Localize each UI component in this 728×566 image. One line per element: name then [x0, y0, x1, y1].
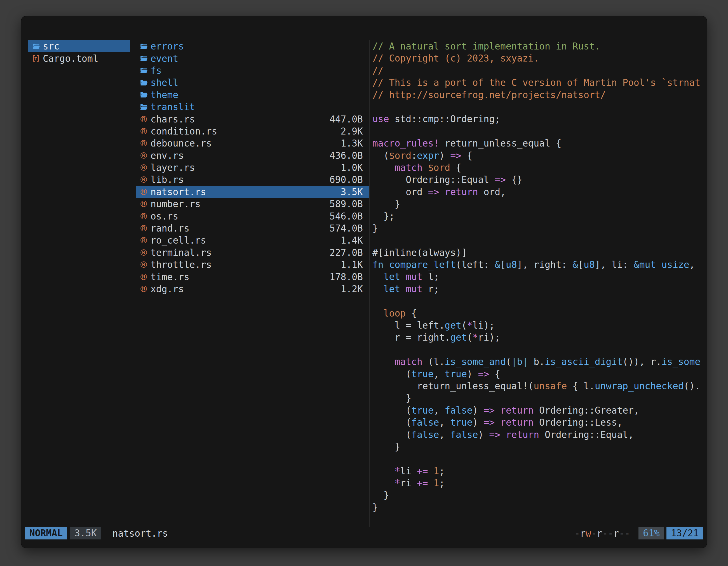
code-line: match (l.is_some_and(|b| b.is_ascii_digi…: [372, 356, 707, 368]
file-size-badge: 3.5K: [70, 527, 101, 539]
file-row-time.rs[interactable]: ®time.rs178.0B: [136, 271, 369, 283]
entry-name: theme: [151, 90, 361, 100]
entry-name: shell: [151, 77, 361, 88]
rust-file-icon: ®: [139, 224, 151, 233]
entry-size: 227.0B: [330, 247, 363, 258]
code-line: fn compare_left(left: &[u8], right: &[u8…: [372, 259, 707, 271]
code-line: [372, 344, 707, 356]
file-row-layer.rs[interactable]: ®layer.rs1.0K: [136, 162, 369, 174]
entry-name: throttle.rs: [151, 259, 339, 270]
entry-size: 589.0B: [330, 199, 363, 210]
dir-row-errors[interactable]: errors: [136, 40, 369, 52]
code-line: return_unless_equal!(unsafe { l.unwrap_u…: [372, 380, 707, 392]
entry-name: number.rs: [151, 199, 327, 210]
code-line: [372, 234, 707, 247]
file-row-debounce.rs[interactable]: ®debounce.rs1.3K: [136, 137, 369, 149]
entry-size: 1.2K: [341, 283, 363, 294]
entry-name: translit: [151, 102, 361, 112]
entry-size: 1.0K: [341, 162, 363, 173]
rust-file-icon: ®: [139, 163, 151, 172]
code-line: (false, true) => return Ordering::Less,: [372, 416, 707, 428]
code-line: }: [372, 489, 707, 501]
entry-name: ro_cell.rs: [151, 235, 339, 246]
rust-file-icon: ®: [139, 236, 151, 245]
folder-open-icon: [139, 42, 151, 51]
entry-name: debounce.rs: [151, 138, 339, 149]
code-line: (true, true) => {: [372, 368, 707, 380]
dir-row-event[interactable]: event: [136, 52, 369, 64]
mode-badge: NORMAL: [25, 527, 67, 539]
file-row-throttle.rs[interactable]: ®throttle.rs1.1K: [136, 259, 369, 271]
entry-size: 546.0B: [330, 211, 363, 222]
current-directory-panel[interactable]: errorseventfsshellthemetranslit®chars.rs…: [136, 40, 369, 527]
file-row-number.rs[interactable]: ®number.rs589.0B: [136, 198, 369, 210]
file-row-terminal.rs[interactable]: ®terminal.rs227.0B: [136, 247, 369, 259]
rust-file-icon: ®: [139, 285, 151, 293]
code-line: (false, false) => return Ordering::Equal…: [372, 429, 707, 441]
code-line: }: [372, 198, 707, 210]
code-line: // A natural sort implementation in Rust…: [372, 40, 707, 52]
code-line: [372, 453, 707, 465]
rust-file-icon: ®: [139, 175, 151, 184]
entry-name: natsort.rs: [151, 187, 339, 198]
dir-row-translit[interactable]: translit: [136, 101, 369, 113]
entry-name: terminal.rs: [151, 247, 327, 258]
file-row-condition.rs[interactable]: ®condition.rs2.9K: [136, 125, 369, 137]
folder-open-icon: [139, 78, 151, 87]
rust-file-icon: ®: [139, 248, 151, 257]
file-row-lib.rs[interactable]: ®lib.rs690.0B: [136, 174, 369, 186]
code-line: };: [372, 210, 707, 222]
dir-row-theme[interactable]: theme: [136, 89, 369, 101]
entry-name: xdg.rs: [151, 283, 339, 294]
file-row-env.rs[interactable]: ®env.rs436.0B: [136, 150, 369, 162]
file-manager-window: srcCargo.toml errorseventfsshellthemetra…: [21, 16, 707, 548]
code-line: }: [372, 222, 707, 234]
entry-size: 2.9K: [341, 126, 363, 137]
code-line: match $ord {: [372, 162, 707, 174]
code-line: l = left.get(*li);: [372, 319, 707, 331]
entry-size: 574.0B: [330, 223, 363, 234]
preview-panel[interactable]: // A natural sort implementation in Rust…: [370, 40, 707, 527]
toml-file-icon: [32, 54, 43, 63]
file-row-Cargo.toml[interactable]: Cargo.toml: [28, 52, 130, 64]
dir-row-fs[interactable]: fs: [136, 65, 369, 77]
status-bar-right: -rw-r--r-- 61% 13/21: [574, 527, 703, 539]
folder-open-icon: [139, 66, 151, 75]
rust-file-icon: ®: [139, 200, 151, 208]
entry-name: layer.rs: [151, 162, 339, 173]
file-row-ro_cell.rs[interactable]: ®ro_cell.rs1.4K: [136, 234, 369, 247]
status-bar: NORMAL 3.5K natsort.rs -rw-r--r-- 61% 13…: [25, 527, 703, 539]
entry-size: 1.1K: [341, 259, 363, 270]
dir-row-shell[interactable]: shell: [136, 77, 369, 89]
rust-file-icon: ®: [139, 188, 151, 196]
rust-file-icon: ®: [139, 212, 151, 221]
entry-name: chars.rs: [151, 114, 327, 125]
entry-name: errors: [151, 41, 361, 52]
entry-name: time.rs: [151, 272, 327, 283]
rust-file-icon: ®: [139, 115, 151, 124]
parent-directory-panel[interactable]: srcCargo.toml: [28, 40, 130, 527]
file-row-rand.rs[interactable]: ®rand.rs574.0B: [136, 222, 369, 234]
file-row-chars.rs[interactable]: ®chars.rs447.0B: [136, 113, 369, 125]
folder-open-icon: [139, 54, 151, 63]
file-row-xdg.rs[interactable]: ®xdg.rs1.2K: [136, 283, 369, 295]
code-line: r = right.get(*ri);: [372, 331, 707, 343]
code-line: loop {: [372, 307, 707, 319]
rust-file-icon: ®: [139, 151, 151, 160]
file-row-os.rs[interactable]: ®os.rs546.0B: [136, 210, 369, 222]
entry-name: Cargo.toml: [43, 53, 124, 64]
code-line: macro_rules! return_unless_equal {: [372, 137, 707, 149]
status-filename: natsort.rs: [112, 528, 168, 539]
entry-size: 436.0B: [330, 150, 363, 161]
rust-file-icon: ®: [139, 261, 151, 269]
code-line: [372, 295, 707, 307]
file-row-natsort.rs[interactable]: ®natsort.rs3.5K: [136, 186, 369, 198]
code-line: ord => return ord,: [372, 186, 707, 198]
code-line: [372, 101, 707, 113]
code-line: ($ord:expr) => {: [372, 150, 707, 162]
dir-row-src[interactable]: src: [28, 40, 130, 52]
code-line: *li += 1;: [372, 465, 707, 477]
code-line: // This is a port of the C version of Ma…: [372, 77, 707, 89]
folder-open-icon: [139, 90, 151, 99]
code-line: }: [372, 441, 707, 453]
